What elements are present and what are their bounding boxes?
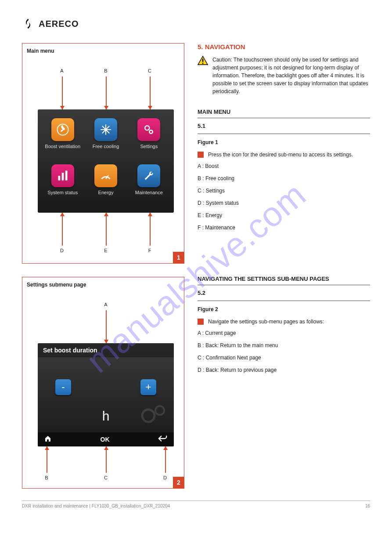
bars-icon (51, 164, 74, 187)
svg-rect-4 (61, 173, 64, 181)
list-item: E : Energy (198, 211, 370, 219)
divider (198, 118, 370, 118)
svg-rect-3 (58, 176, 60, 181)
fig2-label-a: A (93, 302, 119, 307)
back-icon[interactable] (158, 435, 168, 444)
figure-2-box: Settings submenu page A Set boost durati… (22, 277, 184, 489)
arrow-icon (62, 213, 63, 246)
fig1-label-f: F (137, 248, 163, 253)
arrow-icon (106, 213, 107, 246)
fig-ref: Figure 1 (198, 139, 218, 145)
fig1-label-a: A (49, 68, 75, 73)
tile-free-cooling[interactable]: Free cooling (85, 118, 126, 158)
tile-label: Energy (98, 190, 114, 195)
svg-point-8 (155, 406, 164, 415)
tile-energy[interactable]: Energy (85, 164, 126, 204)
arrow-icon (106, 76, 107, 109)
tile-label: System status (47, 190, 78, 195)
arrow-icon (150, 76, 151, 109)
tile-status[interactable]: System status (42, 164, 83, 204)
fig1-label-d: D (49, 248, 75, 253)
fig1-label-c: C (137, 68, 163, 73)
subnum: 5.2 (198, 290, 370, 296)
arrow-icon (106, 446, 107, 473)
figure-2-title: Settings submenu page (27, 282, 180, 288)
svg-rect-5 (65, 170, 67, 180)
figure-1-box: Main menu A B C Boost ventilation (22, 43, 184, 264)
figure-2-number: 2 (173, 477, 184, 488)
gauge-icon (94, 164, 117, 187)
divider (198, 301, 370, 301)
svg-rect-10 (202, 63, 204, 64)
footer-left: DXR installation and maintenance | FLY10… (22, 504, 170, 508)
list-item: C : Confirmation Next page (198, 354, 370, 362)
minus-button[interactable]: - (55, 379, 71, 395)
footer-page-number: 16 (365, 504, 370, 508)
tile-label: Boost ventilation (45, 144, 80, 149)
aereco-logo-icon (22, 18, 34, 30)
arrow-icon (106, 310, 107, 343)
settings-submenu-screen: Set boost duration - + h (38, 343, 174, 446)
fig-ref: Figure 2 (198, 306, 218, 312)
header: AERECO (22, 18, 370, 30)
arrow-icon (47, 446, 47, 473)
divider (198, 134, 370, 134)
tile-boost[interactable]: Boost ventilation (42, 118, 83, 158)
tile-label: Settings (140, 144, 158, 149)
tile-maintenance[interactable]: Maintenance (129, 164, 169, 204)
home-icon[interactable] (44, 435, 52, 444)
warning-text: Caution: The touchscreen should only be … (212, 56, 370, 95)
arrow-icon (150, 213, 151, 246)
gears-icon (137, 118, 160, 141)
fig1-label-e: E (93, 248, 119, 253)
tile-label: Free cooling (93, 144, 119, 149)
arrow-icon (165, 446, 166, 473)
subhead-main-menu: MAIN MENU (198, 109, 370, 115)
list-item: B : Free cooling (198, 174, 370, 182)
step-text: Press the icon for the desired sub-menu … (208, 151, 353, 159)
list-item: F : Maintenance (198, 224, 370, 232)
gears-bg-icon (139, 403, 169, 428)
svg-point-7 (142, 410, 155, 422)
list-item: D : Back: Return to previous page (198, 366, 370, 374)
figure-1-title: Main menu (27, 48, 180, 54)
list-item: D : System status (198, 199, 370, 207)
subhead-nav-submenu: NAVIGATING THE SETTINGS SUB-MENU PAGES (198, 276, 370, 282)
section-heading: 5. NAVIGATION (198, 43, 370, 51)
step-text: Navigate the settings sub-menu pages as … (208, 318, 324, 326)
list-item: A : Current page (198, 329, 370, 337)
fig1-label-b: B (93, 68, 119, 73)
ok-button[interactable]: OK (101, 436, 110, 443)
svg-point-2 (150, 130, 153, 134)
arrow-icon (62, 76, 63, 109)
list-item: B : Back: Return to the main menu (198, 341, 370, 349)
main-menu-screen: Boost ventilation Free cooling Settings (38, 109, 174, 213)
unit-label: h (102, 409, 110, 424)
footer: DXR installation and maintenance | FLY10… (22, 501, 370, 508)
fig2-label-c: C (93, 475, 119, 480)
warning-icon (198, 56, 208, 65)
brand-name: AERECO (39, 19, 79, 29)
svg-point-1 (145, 126, 150, 130)
divider (198, 285, 370, 285)
plus-button[interactable]: + (140, 379, 156, 395)
figure-1-number: 1 (173, 252, 184, 263)
bullet-icon (198, 152, 204, 158)
bullet-icon (198, 319, 204, 325)
snowflake-icon (94, 118, 117, 141)
screen-title: Set boost duration (38, 343, 174, 357)
list-item: C : Settings (198, 187, 370, 195)
subnum: 5.1 (198, 123, 370, 129)
wrench-icon (137, 164, 160, 187)
tile-settings[interactable]: Settings (129, 118, 169, 158)
fan-icon (51, 118, 74, 141)
fig2-label-b: B (33, 475, 60, 480)
tile-label: Maintenance (135, 190, 163, 195)
svg-rect-9 (202, 58, 204, 62)
list-item: A : Boost (198, 162, 370, 170)
